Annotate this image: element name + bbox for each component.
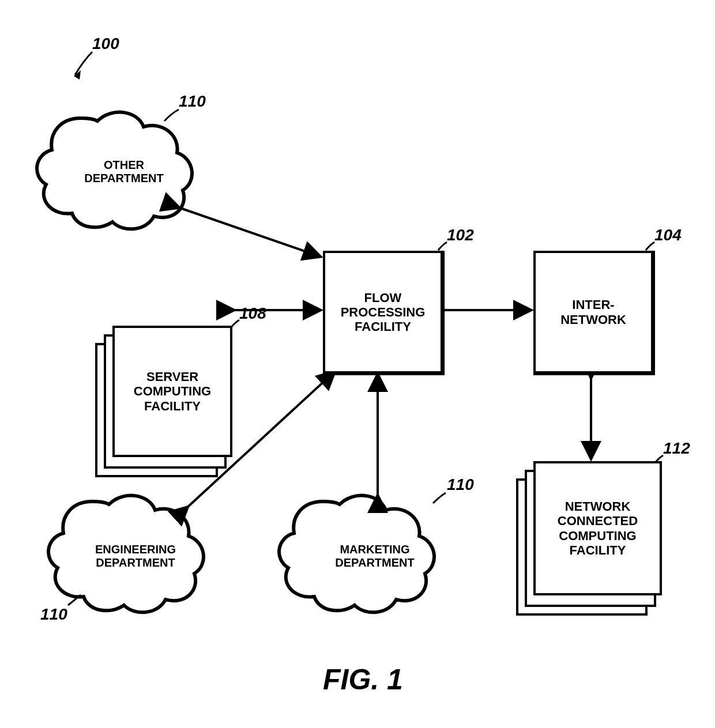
lead-100 (75, 52, 92, 75)
cloud-mkt-label: MARKETINGDEPARTMENT (308, 543, 441, 569)
arrow-other-flow (179, 208, 320, 257)
lead-104 (646, 242, 654, 250)
ref-100: 100 (92, 35, 119, 53)
diagram-stage: FLOWPROCESSINGFACILITY INTER-NETWORK SER… (0, 0, 715, 728)
cloud-eng-label: ENGINEERINGDEPARTMENT (66, 543, 205, 569)
box-netconn-label: NETWORKCONNECTEDCOMPUTINGFACILITY (558, 499, 638, 557)
box-server-computing-facility: SERVERCOMPUTINGFACILITY (112, 326, 232, 457)
ref-110-other: 110 (179, 92, 206, 111)
ref-104b: 104 (654, 226, 682, 244)
box-server-label: SERVERCOMPUTINGFACILITY (134, 369, 211, 413)
lead-102 (438, 242, 447, 250)
ref-112: 112 (663, 439, 690, 458)
box-inter-network: INTER-NETWORK (533, 251, 655, 375)
cloud-other-label: OTHERDEPARTMENT (63, 159, 185, 185)
ref-102: 102 (447, 226, 474, 244)
figure-caption: FIG. 1 (323, 663, 403, 696)
box-flow-label: FLOWPROCESSINGFACILITY (341, 291, 426, 334)
lead-110-mkt (433, 493, 446, 503)
ref-110-mkt: 110 (447, 476, 474, 494)
box-inter-label: INTER-NETWORK (560, 297, 626, 327)
box-flow-processing-facility: FLOWPROCESSINGFACILITY (323, 251, 445, 375)
lead-110-other (164, 110, 179, 121)
ref-108: 108 (239, 304, 266, 323)
box-network-connected-facility: NETWORKCONNECTEDCOMPUTINGFACILITY (533, 461, 662, 595)
ref-110-eng: 110 (40, 605, 67, 624)
